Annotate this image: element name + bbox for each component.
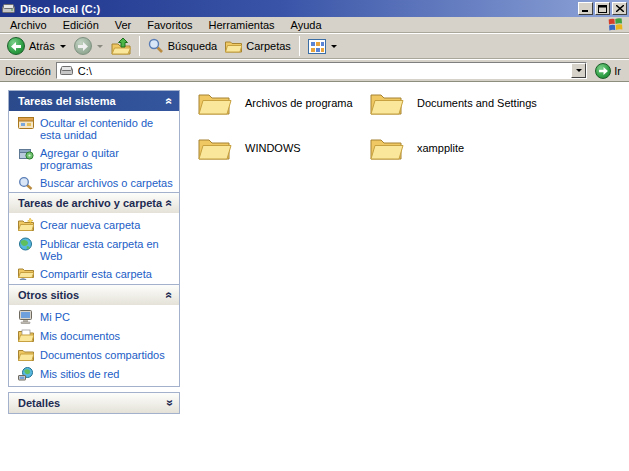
publish-web-icon xyxy=(18,237,34,251)
forward-button[interactable] xyxy=(71,36,106,56)
place-label: Mis documentos xyxy=(40,329,120,342)
close-button[interactable] xyxy=(612,2,627,15)
go-button[interactable]: Ir xyxy=(592,62,624,80)
back-button[interactable]: Atrás xyxy=(4,36,69,56)
menu-ver[interactable]: Ver xyxy=(107,18,140,32)
folder-xampplite[interactable]: xampplite xyxy=(370,133,464,163)
back-dropdown-icon[interactable] xyxy=(60,45,66,48)
place-my-network-places[interactable]: Mis sitios de red xyxy=(9,366,175,382)
folder-icon xyxy=(198,134,232,162)
task-label: Compartir esta carpeta xyxy=(40,267,152,280)
task-label: Agregar o quitar programas xyxy=(40,146,173,171)
task-label: Crear nueva carpeta xyxy=(40,218,140,231)
search-button[interactable]: Búsqueda xyxy=(145,37,221,55)
shared-documents-icon xyxy=(18,348,34,362)
place-shared-documents[interactable]: Documentos compartidos xyxy=(9,347,175,363)
folders-icon xyxy=(225,39,242,53)
folder-icon xyxy=(370,89,404,117)
views-icon xyxy=(308,39,326,54)
up-button[interactable] xyxy=(108,36,134,56)
menu-favoritos[interactable]: Favoritos xyxy=(139,18,200,32)
views-button[interactable] xyxy=(305,38,340,55)
panel-system-tasks: Tareas del sistema « Ocultar el contenid… xyxy=(8,90,180,196)
back-icon xyxy=(7,37,25,55)
panel-title: Detalles xyxy=(18,397,166,409)
toolbar-separator xyxy=(299,36,300,56)
folder-windows[interactable]: WINDOWS xyxy=(198,133,301,163)
search-icon xyxy=(18,176,34,190)
network-places-icon xyxy=(18,367,34,381)
folder-icon xyxy=(370,134,404,162)
standard-buttons-toolbar: Atrás xyxy=(0,33,629,59)
address-value[interactable]: C:\ xyxy=(78,65,571,77)
collapse-chevron-icon[interactable]: « xyxy=(165,200,175,207)
task-add-remove-programs[interactable]: Agregar o quitar programas xyxy=(9,145,175,172)
task-search-files[interactable]: Buscar archivos o carpetas xyxy=(9,175,175,191)
menu-archivo[interactable]: Archivo xyxy=(2,18,55,32)
address-disk-icon xyxy=(60,65,74,76)
panel-file-folder-tasks-header[interactable]: Tareas de archivo y carpeta « xyxy=(9,193,179,213)
folder-icon xyxy=(198,89,232,117)
panel-title: Tareas de archivo y carpeta xyxy=(18,197,166,209)
task-label: Buscar archivos o carpetas xyxy=(40,176,173,189)
search-label: Búsqueda xyxy=(168,40,218,52)
task-publish-folder-web[interactable]: Publicar esta carpeta en Web xyxy=(9,236,175,263)
place-label: Mis sitios de red xyxy=(40,367,119,380)
task-label: Publicar esta carpeta en Web xyxy=(40,237,173,262)
task-share-folder[interactable]: Compartir esta carpeta xyxy=(9,266,175,282)
collapse-chevron-icon[interactable]: « xyxy=(165,292,175,299)
panel-file-folder-tasks: Tareas de archivo y carpeta « Crear nuev… xyxy=(8,192,180,287)
disk-drive-icon xyxy=(2,3,16,14)
panel-title: Tareas del sistema xyxy=(18,95,166,107)
toolbar-separator xyxy=(139,36,140,56)
add-remove-programs-icon xyxy=(18,146,34,160)
panel-system-tasks-header[interactable]: Tareas del sistema « xyxy=(9,91,179,111)
place-my-documents[interactable]: Mis documentos xyxy=(9,328,175,344)
panel-details: Detalles « xyxy=(8,392,180,414)
window-title: Disco local (C:) xyxy=(20,3,578,15)
title-bar: Disco local (C:) xyxy=(0,0,629,17)
task-hide-drive-contents[interactable]: Ocultar el contenido de esta unidad xyxy=(9,115,175,142)
my-computer-icon xyxy=(18,310,34,324)
back-label: Atrás xyxy=(29,40,55,52)
go-icon xyxy=(595,63,611,79)
explorer-window: Disco local (C:) Archivo Edición Ver Fav… xyxy=(0,0,629,471)
task-label: Ocultar el contenido de esta unidad xyxy=(40,116,173,141)
expand-chevron-icon[interactable]: « xyxy=(165,400,175,407)
collapse-chevron-icon[interactable]: « xyxy=(165,98,175,105)
folder-archivos-de-programa[interactable]: Archivos de programa xyxy=(198,88,353,118)
address-dropdown-button[interactable] xyxy=(571,63,586,78)
task-new-folder[interactable]: Crear nueva carpeta xyxy=(9,217,175,233)
forward-icon xyxy=(74,37,92,55)
folders-button[interactable]: Carpetas xyxy=(222,38,294,54)
go-label: Ir xyxy=(614,65,621,77)
new-folder-icon xyxy=(18,218,34,232)
folder-name: xampplite xyxy=(417,142,464,154)
address-combo[interactable]: C:\ xyxy=(56,62,587,79)
address-label: Dirección xyxy=(5,65,51,77)
up-folder-icon xyxy=(111,37,131,55)
panel-title: Otros sitios xyxy=(18,289,166,301)
menu-herramientas[interactable]: Herramientas xyxy=(201,18,283,32)
panel-details-header[interactable]: Detalles « xyxy=(9,393,179,413)
folders-label: Carpetas xyxy=(246,40,291,52)
maximize-button[interactable] xyxy=(595,2,610,15)
views-dropdown-icon[interactable] xyxy=(331,45,337,48)
menu-bar: Archivo Edición Ver Favoritos Herramient… xyxy=(0,17,629,33)
panel-other-places-header[interactable]: Otros sitios « xyxy=(9,285,179,305)
menu-ayuda[interactable]: Ayuda xyxy=(283,18,330,32)
search-icon xyxy=(148,38,164,54)
address-bar: Dirección C:\ Ir xyxy=(0,59,629,82)
my-documents-icon xyxy=(18,329,34,343)
folder-name: Archivos de programa xyxy=(245,97,353,109)
folder-name: WINDOWS xyxy=(245,142,301,154)
place-label: Mi PC xyxy=(40,310,70,323)
forward-dropdown-icon[interactable] xyxy=(97,45,103,48)
folder-name: Documents and Settings xyxy=(417,97,537,109)
menu-edicion[interactable]: Edición xyxy=(55,18,107,32)
windows-logo-icon xyxy=(608,18,623,31)
share-folder-icon xyxy=(18,267,34,281)
folder-documents-and-settings[interactable]: Documents and Settings xyxy=(370,88,537,118)
minimize-button[interactable] xyxy=(578,2,593,15)
place-my-computer[interactable]: Mi PC xyxy=(9,309,175,325)
